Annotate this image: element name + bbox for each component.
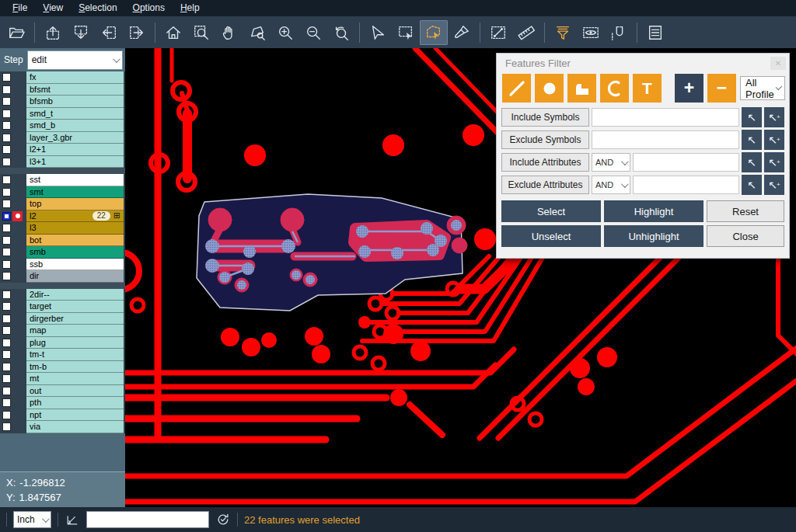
angle-measure-icon[interactable] xyxy=(65,512,80,527)
layer-name-cell[interactable]: out xyxy=(26,385,124,398)
exclude-attributes-button[interactable]: Exclude Attributes xyxy=(501,176,589,194)
unit-select[interactable]: Inch xyxy=(13,511,51,528)
layer-name-cell[interactable]: smb xyxy=(26,246,124,259)
layer-name-cell[interactable]: top xyxy=(26,198,124,210)
filter-type-arc-button[interactable] xyxy=(600,74,629,103)
pan-hand-button[interactable] xyxy=(215,20,243,45)
layer-name-cell[interactable]: bot xyxy=(26,235,124,247)
layer-row[interactable]: bot xyxy=(0,235,125,247)
layer-name-cell[interactable]: tm-t xyxy=(26,349,124,361)
layer-row[interactable]: out xyxy=(0,385,125,398)
ruler-button[interactable] xyxy=(512,20,540,45)
layer-visibility-checkbox[interactable] xyxy=(2,387,11,395)
menu-file[interactable]: File xyxy=(5,1,35,16)
layer-row[interactable]: tm-b xyxy=(0,361,125,374)
unselect-button[interactable]: Unselect xyxy=(501,225,601,247)
layer-visibility-checkbox[interactable] xyxy=(2,272,11,280)
include-symbols-button[interactable]: Include Symbols xyxy=(501,108,589,127)
include-attributes-operator-select[interactable]: AND xyxy=(592,153,630,172)
layer-visibility-checkbox[interactable] xyxy=(2,110,11,118)
layer-name-cell[interactable]: smt xyxy=(26,186,124,199)
layer-visibility-checkbox[interactable] xyxy=(2,315,11,323)
layer-name-cell[interactable]: bfsmt xyxy=(26,84,124,96)
layer-grid-icon[interactable]: ⊞ xyxy=(113,211,120,220)
pick-add-attribute-icon[interactable]: ↖+ xyxy=(764,175,784,195)
zoom-out-button[interactable] xyxy=(299,20,327,45)
refresh-check-icon[interactable] xyxy=(215,512,231,527)
layer-visibility-checkbox[interactable] xyxy=(2,85,11,94)
layer-row[interactable]: bfsmt xyxy=(0,84,125,96)
exclude-symbols-input[interactable] xyxy=(592,130,739,149)
layer-name-cell[interactable]: smd_t xyxy=(26,108,124,120)
layer-visibility-checkbox[interactable] xyxy=(2,374,11,383)
layer-name-cell[interactable]: npt xyxy=(26,409,124,422)
layer-name-cell[interactable]: layer_3.gbr xyxy=(26,132,124,144)
layer-name-cell[interactable]: sst xyxy=(26,174,124,186)
layer-row[interactable]: fx xyxy=(0,71,125,84)
layer-visibility-checkbox[interactable] xyxy=(2,200,11,208)
layer-row[interactable]: l3 xyxy=(0,222,125,235)
include-symbols-input[interactable] xyxy=(592,108,739,127)
layer-visibility-checkbox[interactable] xyxy=(2,73,11,82)
layer-visibility-checkbox[interactable] xyxy=(2,339,11,347)
menu-view[interactable]: View xyxy=(35,1,71,16)
layer-row[interactable]: top xyxy=(0,198,125,210)
filter-type-text-button[interactable]: T xyxy=(633,74,662,103)
layer-visibility-checkbox[interactable] xyxy=(2,97,11,106)
layer-name-cell[interactable]: map xyxy=(26,325,124,337)
exclude-attributes-input[interactable] xyxy=(633,176,739,194)
layer-row[interactable]: l222⊞ xyxy=(0,210,125,223)
menu-help[interactable]: Help xyxy=(173,1,208,16)
pick-attribute-icon[interactable]: ↖ xyxy=(742,152,762,172)
pick-add-symbol-icon[interactable]: ↖+ xyxy=(764,107,784,127)
layer-visibility-checkbox[interactable] xyxy=(2,248,11,256)
layer-name-cell[interactable]: 2dir-- xyxy=(26,289,124,301)
layer-row[interactable]: 2dir-- xyxy=(0,289,125,301)
include-attributes-input[interactable] xyxy=(633,153,739,172)
layer-name-cell[interactable]: target xyxy=(26,301,124,313)
layer-row[interactable]: tm-t xyxy=(0,349,125,361)
filter-type-pad-button[interactable] xyxy=(535,74,564,103)
close-icon[interactable]: ✕ xyxy=(770,57,786,70)
rectangle-select-button[interactable] xyxy=(392,20,420,45)
layer-visibility-checkbox[interactable] xyxy=(2,290,11,299)
pan-right-button[interactable] xyxy=(123,20,151,45)
zoom-home-button[interactable] xyxy=(159,20,187,45)
clear-selection-button[interactable] xyxy=(448,20,476,45)
measure-line-button[interactable] xyxy=(484,20,512,45)
negative-polarity-button[interactable]: − xyxy=(707,74,736,103)
layer-visibility-checkbox[interactable] xyxy=(2,158,11,166)
layer-name-cell[interactable]: pth xyxy=(26,397,124,409)
layer-row[interactable]: plug xyxy=(0,337,125,349)
layer-visibility-checkbox[interactable] xyxy=(2,302,11,311)
zoom-in-button[interactable] xyxy=(271,20,299,45)
exclude-symbols-button[interactable]: Exclude Symbols xyxy=(501,130,589,149)
layer-row[interactable]: dirgerber xyxy=(0,313,125,325)
layer-row[interactable]: smb xyxy=(0,246,125,259)
filter-type-surface-button[interactable] xyxy=(567,74,596,103)
layer-name-cell[interactable]: l3+1 xyxy=(26,156,124,169)
layer-row[interactable]: via xyxy=(0,421,125,433)
layer-visibility-checkbox[interactable] xyxy=(2,212,11,221)
include-attributes-button[interactable]: Include Attributes xyxy=(501,153,589,172)
layer-row[interactable]: smd_b xyxy=(0,120,125,132)
layer-name-cell[interactable]: bfsmb xyxy=(26,96,124,108)
layer-row[interactable]: npt xyxy=(0,409,125,422)
polygon-zoom-button[interactable] xyxy=(243,20,271,45)
layer-row[interactable]: ssb xyxy=(0,259,125,271)
zoom-area-button[interactable] xyxy=(187,20,215,45)
positive-polarity-button[interactable]: + xyxy=(675,74,703,103)
layer-name-cell[interactable]: dir xyxy=(26,270,124,283)
exclude-attributes-operator-select[interactable]: AND xyxy=(592,176,630,194)
layer-row[interactable]: smd_t xyxy=(0,108,125,120)
layer-visibility-checkbox[interactable] xyxy=(2,411,11,419)
layer-row[interactable]: target xyxy=(0,301,125,313)
zoom-previous-button[interactable] xyxy=(327,20,355,45)
pick-symbol-icon[interactable]: ↖ xyxy=(742,130,762,150)
layer-name-cell[interactable]: l222⊞ xyxy=(26,210,124,223)
layer-name-cell[interactable]: plug xyxy=(26,337,124,349)
layer-name-cell[interactable]: via xyxy=(26,421,124,433)
layer-name-cell[interactable]: mt xyxy=(26,373,124,385)
layer-row[interactable]: dir xyxy=(0,270,125,283)
layer-row[interactable]: bfsmb xyxy=(0,96,125,108)
